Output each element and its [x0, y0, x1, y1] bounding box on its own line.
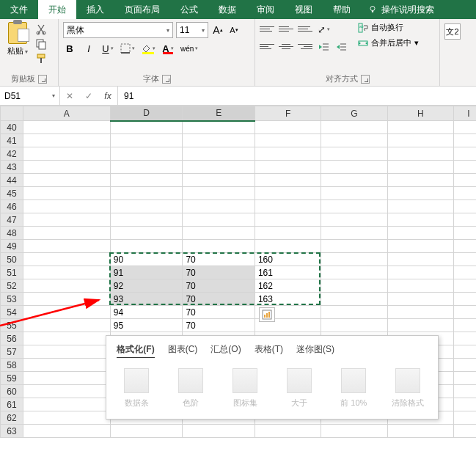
- cell-F48[interactable]: [255, 227, 321, 240]
- cell-I63[interactable]: [453, 425, 476, 438]
- cell-H63[interactable]: [387, 425, 453, 438]
- cell-I61[interactable]: [453, 398, 476, 411]
- cell-G44[interactable]: [321, 174, 387, 187]
- cell-G41[interactable]: [321, 134, 387, 147]
- cell-H47[interactable]: [387, 213, 453, 227]
- cell-A40[interactable]: [23, 121, 110, 134]
- cell-A48[interactable]: [23, 227, 110, 240]
- cell-H41[interactable]: [387, 134, 453, 147]
- cell-A53[interactable]: [23, 293, 110, 306]
- cell-A49[interactable]: [23, 240, 110, 253]
- increase-font-button[interactable]: A▴: [211, 23, 224, 37]
- cell-E47[interactable]: [183, 213, 255, 227]
- cell-G50[interactable]: [321, 253, 387, 266]
- font-size-combo[interactable]: 11▾: [176, 22, 208, 38]
- cell-I50[interactable]: [453, 253, 476, 266]
- cell-D47[interactable]: [110, 213, 183, 227]
- cell-I44[interactable]: [453, 174, 476, 187]
- copy-icon[interactable]: [35, 38, 47, 50]
- phonetic-button[interactable]: wén▾: [180, 41, 198, 56]
- enter-button[interactable]: ✓: [79, 91, 98, 101]
- cell-I40[interactable]: [453, 121, 476, 134]
- font-color-button[interactable]: A▾: [161, 41, 175, 56]
- cell-E52[interactable]: 70: [183, 279, 255, 293]
- cell-I47[interactable]: [453, 213, 476, 227]
- cell-E53[interactable]: 70: [183, 293, 255, 306]
- cell-A45[interactable]: [23, 187, 110, 200]
- qa-tab-totals[interactable]: 汇总(O): [210, 343, 241, 358]
- row-header-52[interactable]: 52: [1, 279, 23, 293]
- cell-I57[interactable]: [453, 345, 476, 359]
- cell-D48[interactable]: [110, 227, 183, 240]
- cell-D45[interactable]: [110, 187, 183, 200]
- cell-A57[interactable]: [23, 345, 110, 359]
- cell-G55[interactable]: [321, 319, 387, 332]
- tab-help[interactable]: 帮助: [323, 0, 361, 19]
- cell-H48[interactable]: [387, 227, 453, 240]
- cell-I62[interactable]: [453, 411, 476, 425]
- cell-F42[interactable]: [255, 147, 321, 161]
- cell-G42[interactable]: [321, 147, 387, 161]
- cell-F50[interactable]: 160: [255, 253, 321, 266]
- tab-data[interactable]: 数据: [208, 0, 246, 19]
- tab-insert[interactable]: 插入: [76, 0, 114, 19]
- cell-I52[interactable]: [453, 279, 476, 293]
- cell-E49[interactable]: [183, 240, 255, 253]
- cell-I56[interactable]: [453, 332, 476, 345]
- row-header-44[interactable]: 44: [1, 174, 23, 187]
- cell-A62[interactable]: [23, 411, 110, 425]
- fill-color-button[interactable]: ▾: [141, 41, 155, 56]
- align-left-button[interactable]: [260, 40, 274, 53]
- col-header-F[interactable]: F: [255, 106, 321, 121]
- font-name-combo[interactable]: 黑体▾: [63, 22, 173, 38]
- row-header-59[interactable]: 59: [1, 372, 23, 385]
- cell-H51[interactable]: [387, 266, 453, 279]
- cell-A42[interactable]: [23, 147, 110, 161]
- cell-A51[interactable]: [23, 266, 110, 279]
- cell-G48[interactable]: [321, 227, 387, 240]
- cell-H55[interactable]: [387, 319, 453, 332]
- merge-center-button[interactable]: 合并后居中▾: [358, 37, 419, 48]
- cell-H43[interactable]: [387, 161, 453, 174]
- cell-G46[interactable]: [321, 200, 387, 213]
- row-header-48[interactable]: 48: [1, 227, 23, 240]
- cut-icon[interactable]: [35, 23, 47, 35]
- cell-A54[interactable]: [23, 306, 110, 319]
- cell-I49[interactable]: [453, 240, 476, 253]
- cell-E48[interactable]: [183, 227, 255, 240]
- cell-A46[interactable]: [23, 200, 110, 213]
- cell-E45[interactable]: [183, 187, 255, 200]
- col-header-I[interactable]: I: [453, 106, 476, 121]
- cell-H53[interactable]: [387, 293, 453, 306]
- col-header-H[interactable]: H: [387, 106, 453, 121]
- cell-F41[interactable]: [255, 134, 321, 147]
- row-header-45[interactable]: 45: [1, 187, 23, 200]
- cell-H40[interactable]: [387, 121, 453, 134]
- cell-H50[interactable]: [387, 253, 453, 266]
- cell-D63[interactable]: [110, 425, 183, 438]
- tab-home[interactable]: 开始: [38, 0, 76, 19]
- tab-file[interactable]: 文件: [0, 0, 38, 19]
- cell-I58[interactable]: [453, 359, 476, 372]
- cell-E55[interactable]: 70: [183, 319, 255, 332]
- cell-D50[interactable]: 90: [110, 253, 183, 266]
- row-header-56[interactable]: 56: [1, 332, 23, 345]
- align-bottom-button[interactable]: [298, 22, 312, 35]
- cell-F53[interactable]: 163: [255, 293, 321, 306]
- align-right-button[interactable]: [298, 40, 312, 53]
- cell-D55[interactable]: 95: [110, 319, 183, 332]
- cell-E54[interactable]: 70: [183, 306, 255, 319]
- cell-F49[interactable]: [255, 240, 321, 253]
- cell-G43[interactable]: [321, 161, 387, 174]
- number-format-combo[interactable]: 文2: [444, 23, 461, 40]
- cell-I45[interactable]: [453, 187, 476, 200]
- cell-F45[interactable]: [255, 187, 321, 200]
- wrap-text-button[interactable]: ab 自动换行: [358, 22, 419, 33]
- col-header-G[interactable]: G: [321, 106, 387, 121]
- qa-tab-charts[interactable]: 图表(C): [168, 343, 198, 358]
- tab-page-layout[interactable]: 页面布局: [114, 0, 170, 19]
- align-top-button[interactable]: [260, 22, 274, 35]
- cell-I48[interactable]: [453, 227, 476, 240]
- cell-F44[interactable]: [255, 174, 321, 187]
- italic-button[interactable]: I: [82, 41, 95, 56]
